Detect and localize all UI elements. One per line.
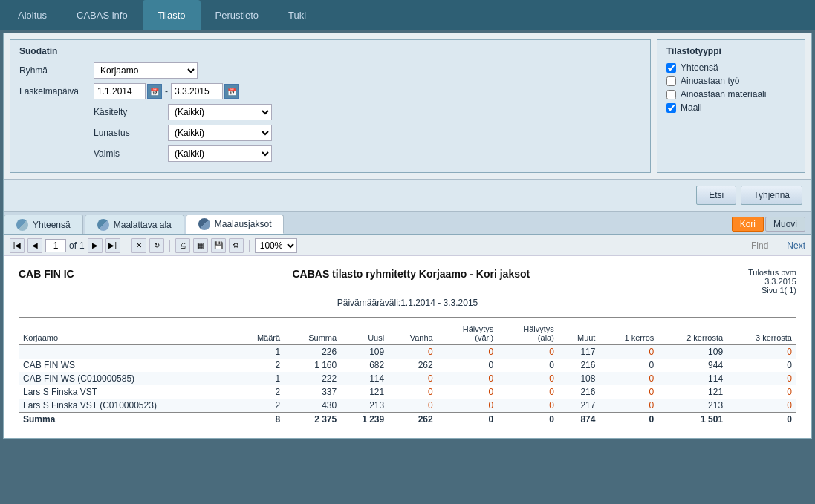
col-haivytys-ala: Häivytys(ala) <box>498 322 559 345</box>
sub-tab-muovi[interactable]: Muovi <box>765 217 805 232</box>
cell-haivytys-vari: 0 <box>438 345 499 359</box>
cell-kerrosta2: 114 <box>658 372 727 385</box>
checkbox-ainoastaan-tyo-input[interactable] <box>666 76 676 86</box>
col-kerrosta2: 2 kerrosta <box>658 322 727 345</box>
find-separator <box>779 240 779 252</box>
date-from-input[interactable] <box>94 83 146 99</box>
first-page-button[interactable]: |◀ <box>10 238 25 253</box>
cell-summa: 222 <box>285 372 341 385</box>
cell-kerrosta3: 0 <box>727 399 796 413</box>
cell-kerrosta3: 0 <box>727 372 796 385</box>
kasitelty-row: Käsitelty (Kaikki) <box>94 104 272 120</box>
table-header-row: Korjaamo Määrä Summa Uusi Vanha Häivytys… <box>19 322 796 345</box>
find-label: Find <box>751 240 768 251</box>
cell-kerrosta2: 121 <box>658 385 727 399</box>
cell-maara: 1 <box>236 372 285 385</box>
toolbar-sep-1 <box>126 240 126 252</box>
page-of-label: of <box>69 240 77 251</box>
date-from-calendar-button[interactable]: 📅 <box>147 84 162 99</box>
cell-kerrosta2: 109 <box>658 345 727 359</box>
stats-type-title: Tilastotyyppi <box>666 46 796 56</box>
cell-haivytys-vari: 0 <box>438 359 499 372</box>
checkbox-maali: Maali <box>666 102 796 113</box>
refresh-button[interactable]: ↻ <box>149 238 164 253</box>
filter-group-row: Ryhmä Korjaamo <box>19 62 641 79</box>
lunastus-select[interactable]: (Kaikki) <box>168 125 272 141</box>
cell-kerros1: 0 <box>600 345 658 359</box>
checkbox-yhteensa-input[interactable] <box>666 63 676 73</box>
nav-tab-cabas-info[interactable]: CABAS info <box>62 0 143 30</box>
report-tab-maalattava-label: Maalattava ala <box>114 220 172 230</box>
cell-haivytys-ala: 0 <box>498 359 559 372</box>
export-button[interactable]: 💾 <box>211 238 226 253</box>
checkbox-ainoastaan-materiaali-input[interactable] <box>666 90 676 99</box>
cell-vanha: 0 <box>389 372 438 385</box>
report-tab-maalausjaksot[interactable]: Maalausjaksot <box>186 215 285 234</box>
cell-korjaamo: Lars S Finska VST (C010000523) <box>19 399 236 413</box>
report-tab-maalattava[interactable]: Maalattava ala <box>85 215 184 234</box>
cell-muut: 108 <box>559 372 600 385</box>
sub-tab-kori[interactable]: Kori <box>732 217 764 232</box>
last-page-button[interactable]: ▶| <box>105 238 120 253</box>
search-button[interactable]: Etsi <box>696 186 736 205</box>
table-row: CAB FIN WS 2 1 160 682 262 0 0 216 0 944… <box>19 359 796 372</box>
cell-uusi: 213 <box>341 399 389 413</box>
nav-tab-perustieto[interactable]: Perustieto <box>201 0 274 30</box>
checkbox-maali-input[interactable] <box>666 103 676 113</box>
group-label: Ryhmä <box>19 65 94 76</box>
cell-kerros1: 0 <box>600 399 658 413</box>
summary-maara: 8 <box>236 413 285 427</box>
prev-page-button[interactable]: ◀ <box>27 238 42 253</box>
cell-korjaamo: CAB FIN WS (C010000585) <box>19 372 236 385</box>
cell-muut: 217 <box>559 399 600 413</box>
summary-kerrosta3: 0 <box>727 413 796 427</box>
report-tab-yhteensa-label: Yhteensä <box>33 220 71 230</box>
cell-vanha: 0 <box>389 345 438 359</box>
col-vanha: Vanha <box>389 322 438 345</box>
clear-button[interactable]: Tyhjennä <box>741 186 802 205</box>
filter-box: Suodatin Ryhmä Korjaamo Laskelmapäivä 📅 … <box>10 39 651 173</box>
summary-haivytys-ala: 0 <box>498 413 559 427</box>
nav-tab-aloitus[interactable]: Aloitus <box>3 0 62 30</box>
cell-vanha: 262 <box>389 359 438 372</box>
next-page-button[interactable]: ▶ <box>88 238 103 253</box>
date-to-input[interactable] <box>171 83 223 99</box>
summary-kerros1: 0 <box>600 413 658 427</box>
next-button[interactable]: Next <box>787 240 805 251</box>
checkbox-ainoastaan-materiaali: Ainoastaan materiaali <box>666 89 796 99</box>
group-select[interactable]: Korjaamo <box>94 62 198 79</box>
date-separator: - <box>165 86 168 96</box>
report-divider <box>19 317 796 318</box>
valmis-row: Valmis (Kaikki) <box>94 145 272 162</box>
print-button[interactable]: 🖨 <box>175 238 190 253</box>
cell-muut: 216 <box>559 359 600 372</box>
page-number-input[interactable] <box>45 239 66 252</box>
print-date: 3.3.2015 <box>748 277 796 286</box>
cell-summa: 226 <box>285 345 341 359</box>
kasitelty-label: Käsitelty <box>94 107 168 117</box>
cell-uusi: 121 <box>341 385 389 399</box>
summary-row: Summa 8 2 375 1 239 262 0 0 874 0 1 501 … <box>19 413 796 427</box>
page-total: 1 <box>79 240 85 251</box>
date-to-calendar-button[interactable]: 📅 <box>224 84 239 99</box>
zoom-select[interactable]: 100% 75% 125% <box>255 238 297 253</box>
sub-tabs: Kori Muovi <box>726 215 811 234</box>
settings-button[interactable]: ⚙ <box>229 238 244 253</box>
col-haivytys-vari: Häivytys(väri) <box>438 322 499 345</box>
cell-summa: 1 160 <box>285 359 341 372</box>
cell-kerros1: 0 <box>600 372 658 385</box>
print-date-label: Tulostus pvm <box>748 268 796 277</box>
nav-tab-tuki[interactable]: Tuki <box>273 0 321 30</box>
cell-haivytys-ala: 0 <box>498 372 559 385</box>
report-tab-yhteensa[interactable]: Yhteensä <box>4 215 83 234</box>
stop-button[interactable]: ✕ <box>131 238 146 253</box>
cell-haivytys-ala: 0 <box>498 345 559 359</box>
valmis-select[interactable]: (Kaikki) <box>168 145 272 162</box>
cell-summa: 430 <box>285 399 341 413</box>
cell-kerrosta3: 0 <box>727 359 796 372</box>
stats-type-box: Tilastotyyppi Yhteensä Ainoastaan työ Ai… <box>657 39 805 173</box>
nav-tab-tilasto[interactable]: Tilasto <box>143 0 201 30</box>
layout-button[interactable]: ▦ <box>193 238 208 253</box>
cell-vanha: 0 <box>389 385 438 399</box>
kasitelty-select[interactable]: (Kaikki) <box>168 104 272 120</box>
